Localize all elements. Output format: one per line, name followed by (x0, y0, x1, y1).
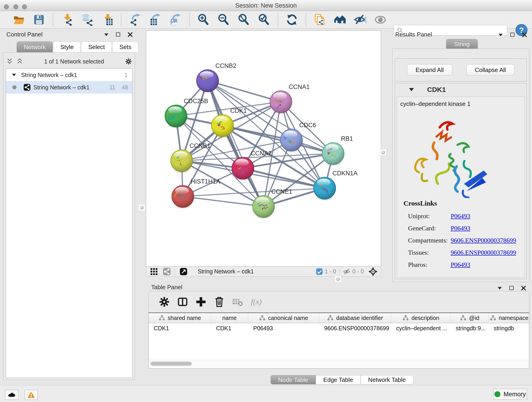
collapse-all-button[interactable]: Collapse All (467, 64, 515, 75)
tab-style[interactable]: Style (53, 41, 81, 52)
node-table[interactable]: shared namenamecanonical namedatabase id… (148, 313, 529, 369)
table-cell[interactable]: P06493 (248, 323, 319, 333)
column-header-database-identifier[interactable]: database identifier (319, 313, 391, 323)
zoom-out-button[interactable] (216, 13, 231, 27)
table-cell[interactable]: cyclin–dependent ... (391, 323, 451, 333)
node-HIST1H1A[interactable]: HIST1H1A (172, 178, 220, 209)
crosslink-link[interactable]: P06493 (451, 225, 470, 237)
table-hscroll-thumb[interactable] (151, 362, 192, 366)
show-columns-icon[interactable] (175, 295, 190, 309)
table-cell[interactable]: CDK1 (149, 323, 211, 333)
crosslink-row: GeneCard:P06493 (408, 225, 520, 237)
show-all-eye-button[interactable] (373, 13, 388, 27)
tab-network[interactable]: Network (17, 41, 53, 52)
column-header-canonical-name[interactable]: canonical name (248, 313, 319, 323)
save-session-icon (33, 13, 45, 26)
memory-button[interactable]: Memory (493, 389, 527, 400)
vertical-splitter-handle[interactable] (138, 204, 145, 211)
open-session-button[interactable] (12, 13, 26, 27)
entry-expander-icon[interactable] (408, 86, 415, 93)
node-CCNE1[interactable]: CCNE1 (253, 188, 292, 219)
export-table-button[interactable] (148, 13, 163, 27)
panel-float-icon[interactable] (115, 31, 122, 38)
expand-all-chevrons-icon[interactable] (16, 57, 24, 65)
refresh-button[interactable] (285, 13, 299, 27)
string-panel-icon[interactable] (163, 268, 171, 276)
tab-select[interactable]: Select (81, 41, 112, 52)
collapse-all-chevrons-icon[interactable] (6, 57, 13, 65)
panel-menu-triangle-icon[interactable] (496, 285, 503, 292)
crosslink-link[interactable]: P06493 (451, 212, 470, 225)
selected-checkbox-icon[interactable] (316, 268, 323, 275)
edge-CCNE1-HIST1H1A[interactable] (183, 196, 264, 206)
export-image-button[interactable] (168, 13, 183, 27)
control-panel-tabs: NetworkStyleSelectSets (17, 41, 139, 52)
delete-column-trash-icon[interactable] (212, 295, 227, 309)
network-item-row[interactable]: String Network – cdk1 11 48 (6, 81, 132, 94)
save-session-button[interactable] (32, 13, 46, 27)
panel-float-icon[interactable] (509, 32, 516, 38)
panel-float-icon[interactable] (508, 285, 515, 292)
zoom-in-button[interactable] (196, 13, 211, 27)
crosslink-link[interactable]: 9606.ENSP00000378699 (451, 249, 516, 261)
tab-edge-table[interactable]: Edge Table (316, 375, 361, 384)
add-column-plus-icon[interactable] (194, 295, 208, 309)
panel-close-icon[interactable] (521, 32, 528, 38)
column-header--id[interactable]: @id (451, 313, 489, 323)
panel-close-icon[interactable] (520, 285, 527, 292)
string-network-graph[interactable]: CCNB2CCNA1CDC25BCDK1CDC6RB1CCNB1CCNA2CDK… (146, 31, 381, 266)
import-table-icon (101, 13, 114, 26)
crosslink-link[interactable]: 9606.ENSP00000378699 (451, 237, 516, 249)
table-panel-title: Table Panel (151, 284, 182, 291)
hide-selected-button[interactable] (353, 13, 367, 27)
network-canvas[interactable]: CCNB2CCNA1CDC25BCDK1CDC6RB1CCNB1CCNA2CDK… (146, 31, 381, 267)
zoom-fit-button[interactable] (236, 13, 251, 27)
zoom-selected-button[interactable] (257, 13, 271, 27)
import-database-button[interactable] (80, 13, 94, 27)
column-header-name[interactable]: name (211, 313, 248, 323)
control-panel-body: 1 of 1 Network selected String Network –… (3, 52, 135, 380)
function-builder-button: f(x) (251, 298, 262, 306)
column-header-shared-name[interactable]: shared name (149, 313, 211, 323)
node-CDKN1A[interactable]: CDKN1A (314, 170, 358, 201)
string-network-icon (23, 84, 31, 91)
table-settings-gear-icon[interactable] (157, 295, 172, 309)
network-options-gear-icon[interactable] (125, 57, 133, 65)
tab-network-table[interactable]: Network Table (361, 375, 413, 384)
gene-entry-header[interactable]: CDK1 (395, 83, 526, 96)
cloud-button[interactable] (5, 390, 18, 400)
node-label-CCNB1: CCNB1 (190, 142, 210, 149)
tab-string[interactable]: String (446, 39, 478, 49)
table-cell[interactable]: stringdb (489, 323, 529, 333)
tab-node-table[interactable]: Node Table (271, 375, 316, 384)
network-collection-row[interactable]: String Network – cdk1 1 (6, 69, 132, 81)
import-network-button[interactable] (60, 13, 74, 27)
table-cell[interactable]: 9606.ENSP00000378699 (319, 323, 391, 333)
collection-expander-icon[interactable] (11, 72, 17, 78)
crosslink-label: Tissues: (408, 249, 451, 261)
crosslink-link[interactable]: P06493 (451, 261, 470, 273)
open-in-window-icon[interactable] (179, 268, 188, 276)
delete-table-icon (230, 295, 245, 309)
warnings-button[interactable] (25, 390, 38, 400)
column-header-description[interactable]: description (391, 313, 451, 323)
fit-selection-crosshair-icon[interactable] (368, 267, 378, 276)
import-table-button[interactable] (100, 13, 114, 27)
open-docs-button[interactable] (312, 13, 327, 27)
tab-sets[interactable]: Sets (112, 41, 138, 52)
expand-all-button[interactable]: Expand All (407, 64, 452, 75)
export-table-icon (149, 13, 162, 26)
horizontal-splitter-handle[interactable] (335, 276, 341, 283)
panel-menu-triangle-icon[interactable] (103, 31, 110, 38)
column-header-namespace[interactable]: namespace (489, 313, 529, 323)
panel-close-icon[interactable] (127, 31, 133, 38)
node-RB1[interactable]: RB1 (322, 135, 353, 166)
panel-menu-triangle-icon[interactable] (497, 32, 504, 38)
table-cell[interactable]: stringdb:9... (451, 323, 489, 333)
node-label-RB1: RB1 (341, 135, 353, 142)
export-network-button[interactable] (128, 13, 143, 27)
table-row[interactable]: CDK1CDK1P064939606.ENSP00000378699cyclin… (149, 323, 529, 333)
home-button[interactable] (333, 13, 347, 27)
birdseye-grid-icon[interactable] (150, 268, 158, 276)
table-cell[interactable]: CDK1 (211, 323, 248, 333)
